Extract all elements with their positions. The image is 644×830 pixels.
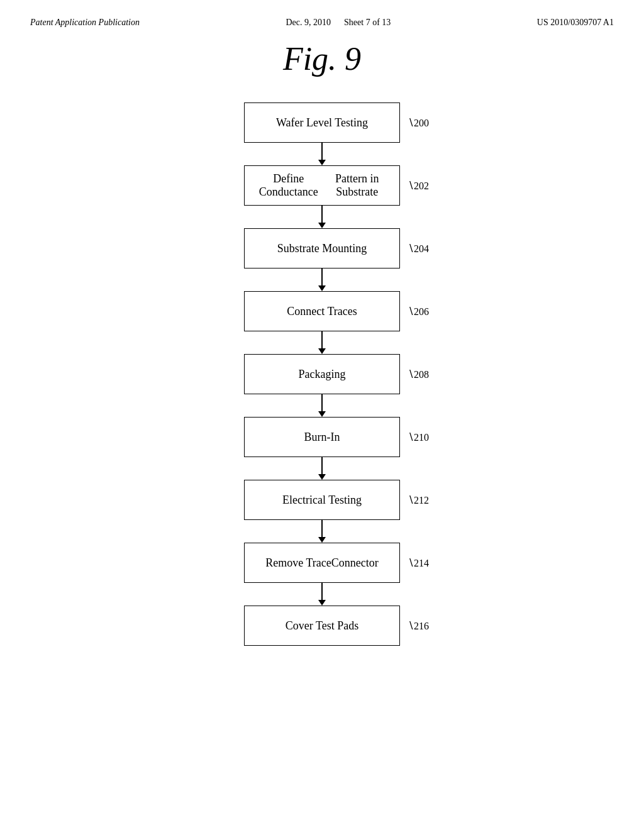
arrow-head — [318, 160, 326, 165]
step-box-212: Electrical Testing — [244, 480, 400, 520]
arrow-line — [321, 394, 323, 411]
step-label-206: ∖206 — [408, 306, 429, 318]
arrow-head — [318, 537, 326, 543]
arrow-connector — [318, 143, 326, 165]
step-label-202: ∖202 — [408, 180, 429, 192]
step-label-208: ∖208 — [408, 368, 429, 380]
step-box-202: Define ConductancePattern in Substrate — [244, 165, 400, 206]
step-label-214: ∖214 — [408, 557, 429, 569]
figure-title: Fig. 9 — [0, 40, 644, 77]
step-row: Electrical Testing∖212 — [244, 480, 400, 520]
step-box-206: Connect Traces — [244, 291, 400, 331]
arrow-connector — [318, 331, 326, 354]
arrow-connector — [318, 583, 326, 606]
arrow-head — [318, 411, 326, 417]
step-box-208: Packaging — [244, 354, 400, 394]
header-date-sheet: Dec. 9, 2010 Sheet 7 of 13 — [286, 18, 391, 28]
arrow-line — [321, 520, 323, 537]
arrow-connector — [318, 520, 326, 543]
step-row: Burn-In∖210 — [244, 417, 400, 457]
step-box-216: Cover Test Pads — [244, 606, 400, 646]
step-box-200: Wafer Level Testing — [244, 102, 400, 143]
step-label-216: ∖216 — [408, 620, 429, 632]
step-box-214: Remove TraceConnector — [244, 543, 400, 583]
header-publication-label: Patent Application Publication — [30, 18, 140, 28]
step-box-210: Burn-In — [244, 417, 400, 457]
flowchart: Wafer Level Testing∖200Define Conductanc… — [0, 96, 644, 646]
page-header: Patent Application Publication Dec. 9, 2… — [0, 0, 644, 28]
step-row: Substrate Mounting∖204 — [244, 228, 400, 268]
step-row: Cover Test Pads∖216 — [244, 606, 400, 646]
header-sheet: Sheet 7 of 13 — [344, 18, 391, 27]
arrow-head — [318, 223, 326, 228]
step-label-200: ∖200 — [408, 117, 429, 129]
header-date: Dec. 9, 2010 — [286, 18, 331, 27]
arrow-line — [321, 583, 323, 600]
arrow-line — [321, 206, 323, 223]
step-row: Remove TraceConnector∖214 — [244, 543, 400, 583]
step-row: Connect Traces∖206 — [244, 291, 400, 331]
arrow-line — [321, 143, 323, 160]
step-row: Packaging∖208 — [244, 354, 400, 394]
arrow-connector — [318, 457, 326, 480]
step-row: Wafer Level Testing∖200 — [244, 102, 400, 143]
arrow-head — [318, 600, 326, 606]
step-row: Define ConductancePattern in Substrate∖2… — [244, 165, 400, 206]
arrow-line — [321, 457, 323, 474]
arrow-connector — [318, 394, 326, 417]
arrow-head — [318, 348, 326, 354]
header-patent-number: US 2010/0309707 A1 — [537, 18, 614, 28]
arrow-head — [318, 474, 326, 480]
step-label-210: ∖210 — [408, 431, 429, 443]
arrow-connector — [318, 268, 326, 291]
arrow-line — [321, 268, 323, 285]
step-box-204: Substrate Mounting — [244, 228, 400, 268]
arrow-connector — [318, 206, 326, 228]
step-label-204: ∖204 — [408, 243, 429, 255]
arrow-line — [321, 331, 323, 348]
arrow-head — [318, 285, 326, 291]
step-label-212: ∖212 — [408, 494, 429, 506]
